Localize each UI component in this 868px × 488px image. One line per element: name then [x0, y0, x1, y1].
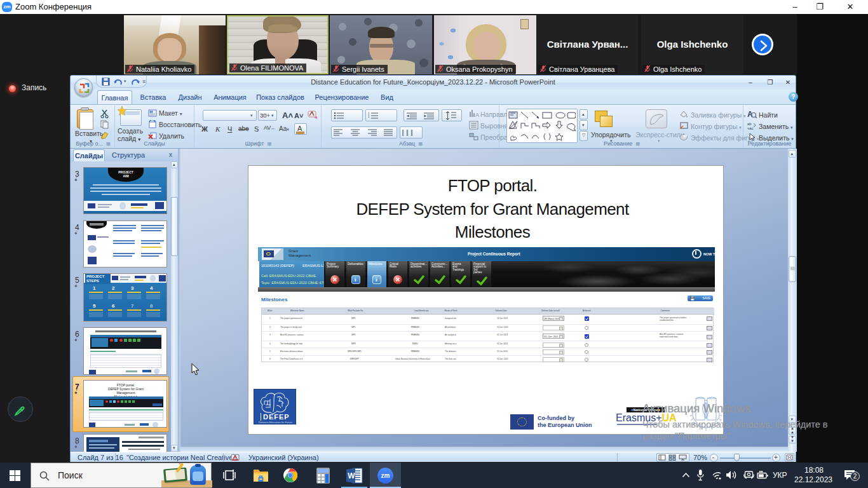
svg-text:час: час — [747, 126, 753, 130]
svg-text:ab: ab — [747, 122, 752, 126]
svg-text:W: W — [348, 471, 355, 480]
svg-text:A: A — [475, 112, 479, 118]
svg-text:2: 2 — [368, 115, 370, 118]
